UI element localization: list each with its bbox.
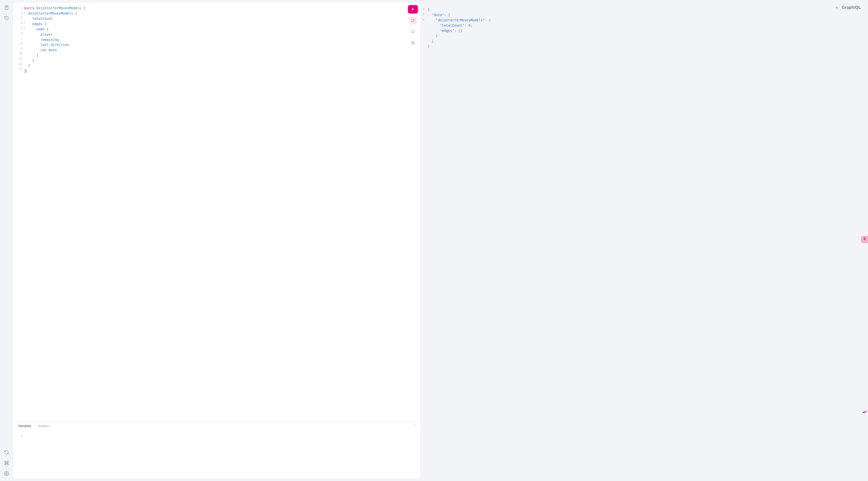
svg-line-4 (6, 18, 7, 19)
docs-icon[interactable] (3, 4, 9, 10)
query-editor[interactable]: 1▼2▼34▼5▼678910111213 query DojoStarterM… (13, 2, 421, 421)
response-json[interactable]: ▼{ ▼"data": { ▼"dojoStarterMovesModels":… (424, 7, 863, 49)
variables-panel: Variables Headers 1 (13, 421, 421, 479)
editor-actions (408, 5, 418, 47)
copy-button[interactable] (409, 39, 417, 47)
fold-toggle[interactable]: ▼ (24, 6, 25, 9)
svg-point-5 (6, 473, 7, 474)
prettify-button[interactable] (409, 17, 417, 25)
tab-variables[interactable]: Variables (18, 424, 31, 428)
tab-headers[interactable]: Headers (37, 424, 50, 428)
bottom-tabs: Variables Headers (13, 421, 421, 429)
editor-panel: 1▼2▼34▼5▼678910111213 query DojoStarterM… (13, 2, 421, 479)
left-sidebar (0, 0, 13, 481)
fold-toggle[interactable]: ▼ (24, 27, 25, 30)
response-panel: + GraphiQL ▼{ ▼"data": { ▼"dojoStarterMo… (421, 2, 866, 479)
variables-editor[interactable]: 1 (13, 429, 421, 479)
query-gutter: 1▼2▼34▼5▼678910111213 (13, 2, 24, 421)
fold-toggle[interactable]: ▼ (24, 21, 25, 24)
variables-code[interactable] (24, 429, 421, 479)
history-icon[interactable] (3, 15, 9, 21)
devtools-badge[interactable] (861, 236, 868, 243)
fold-toggle[interactable]: ▼ (423, 13, 424, 16)
svg-rect-8 (411, 31, 414, 33)
fold-toggle[interactable]: ▼ (423, 8, 424, 11)
shortcuts-icon[interactable] (3, 460, 9, 466)
main-area: 1▼2▼34▼5▼678910111213 query DojoStarterM… (13, 0, 868, 481)
svg-rect-9 (412, 42, 414, 44)
settings-icon[interactable] (3, 471, 9, 477)
svg-rect-10 (411, 41, 414, 43)
variables-gutter: 1 (13, 429, 24, 479)
fold-toggle[interactable]: ▼ (423, 18, 424, 21)
refresh-icon[interactable] (3, 449, 9, 455)
support-widget[interactable] (862, 409, 868, 415)
execute-button[interactable] (408, 5, 418, 13)
svg-rect-0 (5, 6, 8, 9)
merge-button[interactable] (409, 28, 417, 36)
query-code[interactable]: query DojoStarterMovesModels { dojoStart… (24, 2, 421, 421)
fold-toggle[interactable]: ▼ (24, 11, 25, 14)
collapse-button[interactable] (413, 423, 417, 428)
